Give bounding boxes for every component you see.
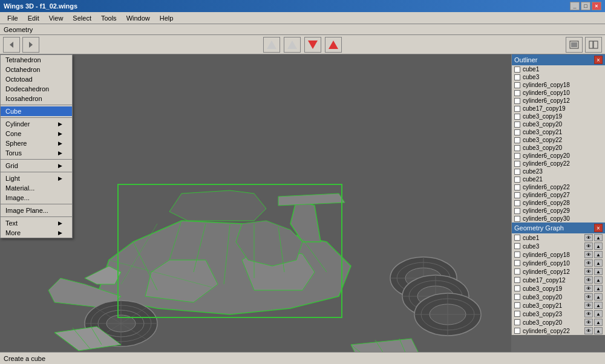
- menu-item-image[interactable]: Image...: [1, 193, 72, 203]
- geo-up-button[interactable]: ▲: [594, 276, 603, 284]
- outliner-checkbox[interactable]: [514, 200, 520, 206]
- menu-item-more[interactable]: More ▶: [1, 228, 72, 238]
- geo-up-button[interactable]: ▲: [594, 242, 603, 250]
- geo-eye-button[interactable]: 👁: [584, 251, 593, 258]
- outliner-item[interactable]: cube21: [512, 175, 605, 183]
- geo-graph-item[interactable]: cube3_copy23 👁▲: [512, 310, 605, 318]
- outliner-item[interactable]: cube17_copy19: [512, 105, 605, 112]
- outliner-checkbox[interactable]: [514, 184, 520, 190]
- geo-graph-item[interactable]: cube3_copy21 👁▲: [512, 301, 605, 310]
- geo-graph-close-button[interactable]: ×: [594, 224, 603, 232]
- outliner-close-button[interactable]: ×: [594, 56, 603, 64]
- outliner-checkbox[interactable]: [514, 82, 520, 88]
- toolbar-prev-button[interactable]: [3, 37, 20, 53]
- menu-item-octahedron[interactable]: Octahedron: [1, 65, 72, 74]
- outliner-checkbox[interactable]: [514, 114, 520, 120]
- menu-item-cube[interactable]: Cube: [1, 106, 72, 116]
- outliner-checkbox[interactable]: [514, 137, 520, 143]
- menu-item-sphere[interactable]: Sphere ▶: [1, 138, 72, 148]
- geo-eye-button[interactable]: 👁: [584, 242, 593, 250]
- outliner-list[interactable]: cube1 cube3 cylinder6_copy18 cylinder6_c…: [512, 65, 605, 223]
- outliner-checkbox[interactable]: [514, 106, 520, 112]
- outliner-item[interactable]: cube3_copy19: [512, 112, 605, 120]
- menu-item-torus[interactable]: Torus ▶: [1, 148, 72, 158]
- outliner-checkbox[interactable]: [514, 98, 520, 104]
- toolbar-next-button[interactable]: [22, 37, 39, 53]
- menu-select[interactable]: Select: [68, 13, 96, 23]
- menu-item-dodecahedron[interactable]: Dodecahedron: [1, 84, 72, 94]
- toolbar-triangle3[interactable]: [304, 37, 321, 53]
- outliner-item[interactable]: cylinder6_copy28: [512, 199, 605, 207]
- toolbar-view2[interactable]: [585, 37, 602, 53]
- outliner-item[interactable]: cylinder6_copy22: [512, 183, 605, 191]
- outliner-item[interactable]: cylinder6_copy20: [512, 152, 605, 160]
- geo-eye-button[interactable]: 👁: [584, 327, 593, 334]
- outliner-item[interactable]: cube23: [512, 167, 605, 175]
- geo-eye-button[interactable]: 👁: [584, 310, 593, 317]
- outliner-checkbox[interactable]: [514, 129, 520, 135]
- toolbar-triangle2[interactable]: [284, 37, 301, 53]
- menu-window[interactable]: Window: [122, 13, 155, 23]
- geo-graph-item[interactable]: cylinder6_copy22 👁▲: [512, 327, 605, 335]
- maximize-button[interactable]: □: [581, 2, 590, 10]
- outliner-item[interactable]: cube3_copy21: [512, 128, 605, 136]
- geo-graph-item[interactable]: cube1 👁▲: [512, 233, 605, 242]
- outliner-checkbox[interactable]: [514, 161, 520, 167]
- geo-up-button[interactable]: ▲: [594, 259, 603, 267]
- menu-item-octotoad[interactable]: Octotoad: [1, 74, 72, 84]
- menu-item-icosahedron[interactable]: Icosahedron: [1, 94, 72, 103]
- toolbar-triangle4[interactable]: [325, 37, 342, 53]
- outliner-item[interactable]: cylinder6_copy18: [512, 81, 605, 89]
- menu-item-image-plane[interactable]: Image Plane...: [1, 206, 72, 215]
- geo-eye-button[interactable]: 👁: [584, 302, 593, 309]
- geo-up-button[interactable]: ▲: [594, 310, 603, 317]
- geo-up-button[interactable]: ▲: [594, 302, 603, 309]
- outliner-checkbox[interactable]: [514, 145, 520, 151]
- geo-graph-item[interactable]: cube17_copy12 👁▲: [512, 276, 605, 284]
- outliner-item[interactable]: cube3_copy22: [512, 136, 605, 144]
- geo-up-button[interactable]: ▲: [594, 327, 603, 334]
- geo-eye-button[interactable]: 👁: [584, 259, 593, 267]
- geo-graph-list[interactable]: cube1 👁▲ cube3 👁▲ cylinder6_copy18 👁▲ cy…: [512, 233, 605, 335]
- geo-up-button[interactable]: ▲: [594, 234, 603, 241]
- geo-eye-button[interactable]: 👁: [584, 268, 593, 275]
- context-menu[interactable]: Tetrahedron Octahedron Octotoad Dodecahe…: [0, 54, 73, 238]
- outliner-item[interactable]: cylinder6_copy29: [512, 207, 605, 215]
- outliner-checkbox[interactable]: [514, 153, 520, 159]
- menu-view[interactable]: View: [44, 13, 68, 23]
- outliner-checkbox[interactable]: [514, 216, 520, 222]
- outliner-item[interactable]: cylinder6_copy10: [512, 89, 605, 97]
- outliner-checkbox[interactable]: [514, 122, 520, 128]
- geo-graph-item[interactable]: cube3 👁▲: [512, 242, 605, 250]
- titlebar-buttons[interactable]: _ □ ×: [570, 2, 601, 10]
- outliner-checkbox[interactable]: [514, 74, 520, 80]
- geo-up-button[interactable]: ▲: [594, 251, 603, 258]
- menu-item-light[interactable]: Light ▶: [1, 174, 72, 183]
- outliner-item[interactable]: cube3_copy20: [512, 144, 605, 152]
- geo-eye-button[interactable]: 👁: [584, 276, 593, 284]
- geo-eye-button[interactable]: 👁: [584, 293, 593, 301]
- outliner-item[interactable]: cube3: [512, 73, 605, 81]
- outliner-item[interactable]: cylinder6_copy22: [512, 160, 605, 167]
- geo-graph-item[interactable]: cube3_copy20 👁▲: [512, 293, 605, 301]
- outliner-checkbox[interactable]: [514, 169, 520, 175]
- geo-up-button[interactable]: ▲: [594, 293, 603, 301]
- geo-up-button[interactable]: ▲: [594, 268, 603, 275]
- minimize-button[interactable]: _: [570, 2, 580, 10]
- outliner-item[interactable]: cylinder6_copy12: [512, 97, 605, 105]
- menu-item-cone[interactable]: Cone ▶: [1, 129, 72, 138]
- outliner-checkbox[interactable]: [514, 208, 520, 214]
- outliner-item[interactable]: cube3_copy20: [512, 120, 605, 128]
- menu-tools[interactable]: Tools: [96, 13, 122, 23]
- outliner-checkbox[interactable]: [514, 177, 520, 183]
- menu-file[interactable]: File: [2, 13, 23, 23]
- outliner-item[interactable]: cube1: [512, 65, 605, 73]
- menu-item-material[interactable]: Material...: [1, 183, 72, 193]
- menu-help[interactable]: Help: [155, 13, 178, 23]
- geo-graph-item[interactable]: cylinder6_copy12 👁▲: [512, 267, 605, 276]
- outliner-checkbox[interactable]: [514, 90, 520, 96]
- geo-graph-item[interactable]: cylinder6_copy10 👁▲: [512, 259, 605, 267]
- geo-graph-item[interactable]: cylinder6_copy18 👁▲: [512, 250, 605, 259]
- geo-eye-button[interactable]: 👁: [584, 234, 593, 241]
- toolbar-view1[interactable]: [566, 37, 583, 53]
